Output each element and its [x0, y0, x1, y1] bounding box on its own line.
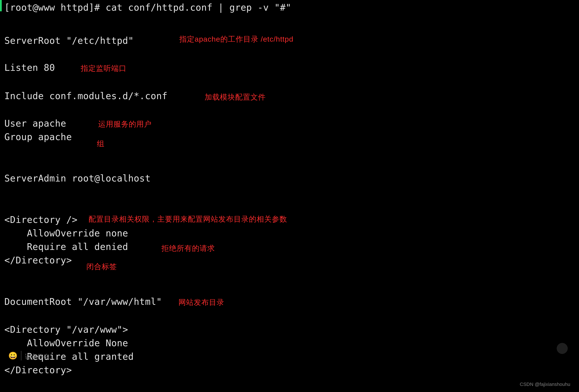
config-line-documentroot: DocumentRoot "/var/www/html": [4, 297, 162, 306]
annotation-serverroot: 指定apache的工作目录 /etc/httpd: [179, 35, 293, 43]
config-line-serverroot: ServerRoot "/etc/httpd": [4, 36, 134, 45]
annotation-close-tag: 闭合标签: [86, 263, 117, 270]
annotation-require-denied: 拒绝所有的请求: [161, 244, 215, 252]
config-line-listen: Listen 80: [4, 63, 55, 72]
chat-input-placeholder[interactable]: 说点什么...: [25, 353, 54, 361]
terminal-window: [root@www httpd]# cat conf/httpd.conf | …: [0, 0, 579, 392]
config-line-directory2-close: </Directory>: [4, 366, 72, 375]
config-line-include: Include conf.modules.d/*.conf: [4, 92, 168, 101]
emoji-icon[interactable]: 😀: [8, 351, 17, 360]
active-line-indicator: [0, 0, 2, 11]
annotation-group: 组: [97, 140, 104, 147]
annotation-directory: 配置目录相关权限，主要用来配置网站发布目录的相关参数: [89, 215, 287, 223]
input-separator: [21, 351, 21, 360]
config-line-allowoverride: AllowOverride none: [4, 229, 128, 238]
config-line-directory2-open: <Directory "/var/www">: [4, 325, 128, 334]
round-button[interactable]: [557, 343, 568, 354]
annotation-listen: 指定监听端口: [81, 64, 127, 72]
config-line-user: User apache: [4, 119, 66, 128]
annotation-include: 加载模块配置文件: [205, 93, 266, 101]
shell-prompt-line[interactable]: [root@www httpd]# cat conf/httpd.conf | …: [4, 3, 291, 12]
config-line-group: Group apache: [4, 132, 72, 142]
config-line-serveradmin: ServerAdmin root@localhost: [4, 174, 150, 183]
config-line-directory-open: <Directory />: [4, 215, 77, 224]
config-line-require-denied: Require all denied: [4, 242, 128, 251]
annotation-documentroot: 网站发布目录: [178, 298, 224, 306]
config-line-allowoverride2: AllowOverride None: [4, 339, 128, 348]
config-line-require-granted: Require all granted: [4, 352, 134, 361]
annotation-user: 运用服务的用户: [98, 120, 152, 128]
watermark-text: CSDN @fajixianshouhu: [520, 382, 570, 387]
config-line-directory-close: </Directory>: [4, 256, 72, 265]
